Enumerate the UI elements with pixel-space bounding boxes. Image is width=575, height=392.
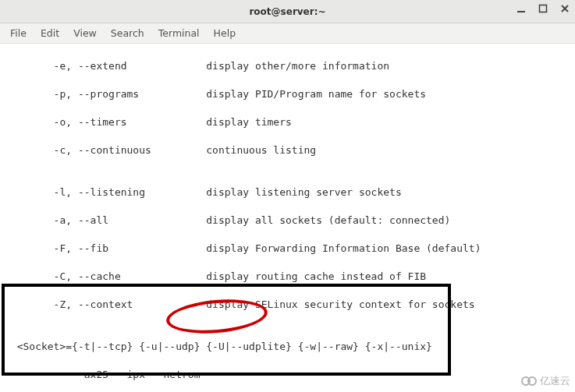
- menu-edit[interactable]: Edit: [34, 24, 66, 42]
- term-line: -C, --cache display routing cache instea…: [5, 270, 570, 284]
- minimize-button[interactable]: [516, 3, 527, 14]
- term-line: -o, --timers display timers: [5, 115, 570, 129]
- watermark-icon: [521, 373, 537, 389]
- term-line: -F, --fib display Forwarding Information…: [5, 242, 570, 256]
- term-line: -Z, --context display SELinux security c…: [5, 298, 570, 312]
- window-title: root@server:~: [249, 6, 325, 17]
- term-line: --ax25 --ipx --netrom: [5, 368, 570, 382]
- term-line: -c, --continuous continuous listing: [5, 143, 570, 157]
- window-controls: [516, 3, 570, 14]
- watermark: 亿速云: [521, 373, 570, 389]
- menu-file[interactable]: File: [3, 24, 34, 42]
- term-line: <Socket>={-t|--tcp} {-u|--udp} {-U|--udp…: [5, 340, 570, 354]
- term-line: -a, --all display all sockets (default: …: [5, 214, 570, 228]
- close-button[interactable]: [559, 3, 570, 14]
- menu-view[interactable]: View: [66, 24, 104, 42]
- terminal-area[interactable]: -e, --extend display other/more informat…: [0, 44, 575, 392]
- term-line: -p, --programs display PID/Program name …: [5, 87, 570, 101]
- menu-search[interactable]: Search: [104, 24, 151, 42]
- term-line: -l, --listening display listening server…: [5, 185, 570, 200]
- menu-terminal[interactable]: Terminal: [151, 24, 207, 42]
- menu-help[interactable]: Help: [207, 24, 243, 42]
- term-line: -e, --extend display other/more informat…: [5, 59, 570, 73]
- maximize-button[interactable]: [538, 3, 548, 14]
- menubar: File Edit View Search Terminal Help: [0, 23, 575, 44]
- svg-rect-1: [540, 5, 547, 12]
- watermark-text: 亿速云: [540, 374, 570, 388]
- titlebar: root@server:~: [0, 0, 575, 23]
